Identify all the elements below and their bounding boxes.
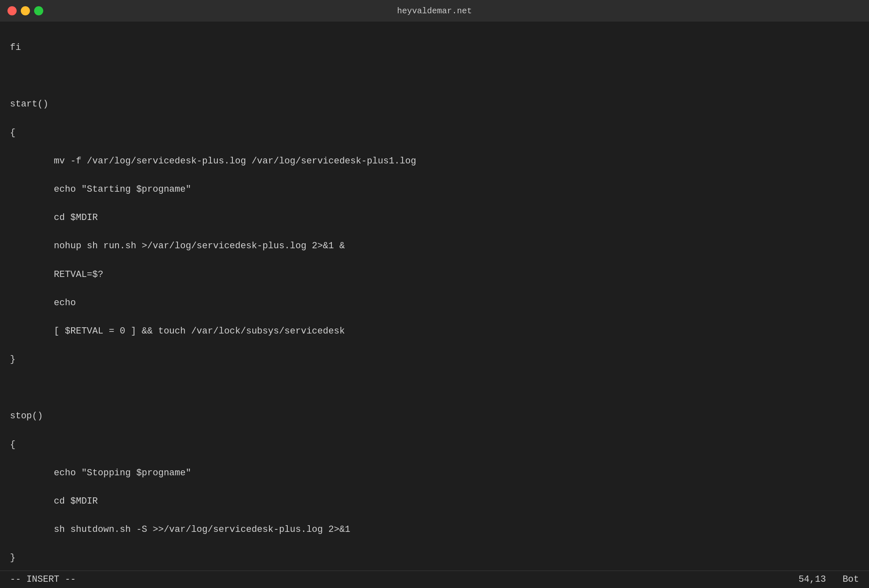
close-button[interactable]	[7, 6, 17, 15]
status-bar: -- INSERT -- 54,13 Bot	[0, 571, 869, 588]
code-line: start()	[10, 97, 859, 111]
code-line: cd $MDIR	[10, 494, 859, 509]
code-line: {	[10, 438, 859, 452]
code-line: }	[10, 551, 859, 565]
code-line: stop()	[10, 409, 859, 423]
editor-mode: -- INSERT --	[10, 574, 798, 585]
code-line	[10, 69, 859, 83]
code-line: echo "Starting $progname"	[10, 183, 859, 197]
code-content[interactable]: fi start() { mv -f /var/log/servicedesk-…	[0, 25, 869, 571]
minimize-button[interactable]	[21, 6, 30, 15]
title-bar: heyvaldemar.net	[0, 0, 869, 22]
code-line: cd $MDIR	[10, 211, 859, 225]
code-line: mv -f /var/log/servicedesk-plus.log /var…	[10, 154, 859, 168]
cursor-position: 54,13	[798, 574, 826, 585]
code-line: RETVAL=$?	[10, 268, 859, 282]
code-line: }	[10, 353, 859, 367]
code-line: nohup sh run.sh >/var/log/servicedesk-pl…	[10, 239, 859, 253]
window-controls	[7, 6, 43, 15]
code-line: fi	[10, 41, 859, 55]
window-title: heyvaldemar.net	[397, 6, 472, 16]
scroll-position: Bot	[842, 574, 859, 585]
code-line: echo	[10, 296, 859, 310]
code-line: sh shutdown.sh -S >>/var/log/servicedesk…	[10, 523, 859, 537]
code-line: echo "Stopping $progname"	[10, 466, 859, 480]
editor-area: fi start() { mv -f /var/log/servicedesk-…	[0, 22, 869, 571]
maximize-button[interactable]	[34, 6, 43, 15]
code-line: [ $RETVAL = 0 ] && touch /var/lock/subsy…	[10, 324, 859, 338]
code-line	[10, 381, 859, 395]
code-line: {	[10, 126, 859, 140]
